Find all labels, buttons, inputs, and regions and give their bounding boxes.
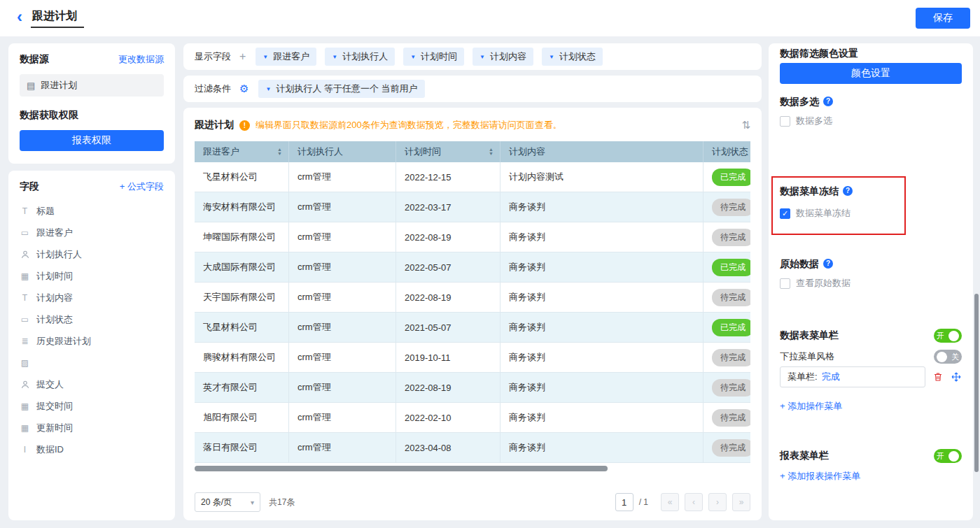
report-permission-button[interactable]: 报表权限 xyxy=(20,130,164,151)
page-title[interactable]: 跟进计划 xyxy=(31,9,84,28)
table-row[interactable]: 飞星材料公司crm管理2022-12-15计划内容测试已完成 xyxy=(195,162,750,192)
field-item[interactable]: T计划内容 xyxy=(20,287,164,308)
sort-settings-icon[interactable]: ⇅ xyxy=(741,119,750,131)
multi-select-option[interactable]: 数据多选 xyxy=(780,115,962,127)
chevron-down-icon: ▼ xyxy=(410,54,416,60)
column-header-status[interactable]: 计划状态 xyxy=(704,141,750,162)
report-menu-row: 报表菜单栏 开 xyxy=(780,449,962,463)
table-row[interactable]: 天宇国际有限公司crm管理2022-08-19商务谈判待完成 xyxy=(195,283,750,313)
column-header-content[interactable]: 计划内容 xyxy=(500,141,704,162)
display-field-chip[interactable]: ▼计划时间 xyxy=(403,48,464,66)
add-formula-field-link[interactable]: + 公式字段 xyxy=(120,180,164,193)
datasource-panel: 数据源 更改数据源 ▤ 跟进计划 数据获取权限 报表权限 xyxy=(8,43,175,164)
menu-item-value[interactable]: 完成 xyxy=(822,371,840,383)
chevron-down-icon: ▾ xyxy=(251,499,254,506)
table-title: 跟进计划 xyxy=(195,119,234,131)
dropdown-style-toggle[interactable]: 关 xyxy=(934,350,962,364)
checkbox-unchecked[interactable] xyxy=(780,278,790,289)
dropdown-style-label: 下拉菜单风格 xyxy=(780,350,834,363)
page-total: / 1 xyxy=(639,497,648,507)
table-panel: 跟进计划 ! 编辑界面只取数据源前200条作为查询数据预览，完整数据请访问页面查… xyxy=(183,108,762,520)
field-item[interactable]: 计划执行人 xyxy=(20,243,164,265)
status-badge: 已完成 xyxy=(712,169,750,186)
add-action-menu-link[interactable]: + 添加操作菜单 xyxy=(780,400,962,413)
color-settings-button[interactable]: 颜色设置 xyxy=(780,63,962,84)
field-item[interactable]: T标题 xyxy=(20,200,164,222)
help-icon[interactable]: ? xyxy=(823,97,833,106)
table-menu-heading: 数据表菜单栏 xyxy=(780,329,839,342)
delete-icon[interactable] xyxy=(932,371,944,383)
display-field-chip[interactable]: ▼计划执行人 xyxy=(325,48,395,66)
field-item[interactable]: ▦计划时间 xyxy=(20,265,164,287)
field-item[interactable]: I数据ID xyxy=(20,438,164,460)
user-icon xyxy=(20,250,30,259)
field-item[interactable]: 提交人 xyxy=(20,373,164,395)
display-field-chip[interactable]: ▼计划内容 xyxy=(472,48,533,66)
menu-freeze-option[interactable]: ✓ 数据菜单冻结 xyxy=(780,207,962,220)
table-row[interactable]: 英才有限公司crm管理2022-08-19商务谈判待完成 xyxy=(195,373,750,403)
total-count: 共17条 xyxy=(269,497,295,508)
status-badge: 待完成 xyxy=(712,379,750,397)
back-icon[interactable]: ‹ xyxy=(17,8,22,25)
table-header: 跟进客户▲▼ 计划执行人 计划时间▲▼ 计划内容 计划状态 xyxy=(195,141,750,162)
help-icon[interactable]: ? xyxy=(823,259,833,269)
title-icon: T xyxy=(20,293,30,303)
chevron-down-icon: ▼ xyxy=(549,54,554,60)
prev-page-button[interactable]: ‹ xyxy=(685,493,703,511)
column-header-customer[interactable]: 跟进客户▲▼ xyxy=(195,141,289,162)
table-menu-toggle[interactable]: 开 xyxy=(934,329,962,343)
menu-item-input[interactable]: 菜单栏: 完成 xyxy=(780,366,925,387)
display-field-chip[interactable]: ▼计划状态 xyxy=(542,48,603,66)
last-page-button[interactable]: » xyxy=(732,493,750,511)
horizontal-scrollbar[interactable] xyxy=(195,466,750,471)
add-display-field-button[interactable]: + xyxy=(239,50,246,63)
permission-heading: 数据获取权限 xyxy=(20,109,164,122)
field-item[interactable]: ▦更新时间 xyxy=(20,417,164,438)
toggle-knob xyxy=(937,352,947,362)
table-row[interactable]: 飞星材料公司crm管理2021-05-07商务谈判已完成 xyxy=(195,313,750,343)
field-item[interactable]: ≣历史跟进计划 xyxy=(20,330,164,352)
display-field-chip[interactable]: ▼跟进客户 xyxy=(255,48,316,66)
table-row[interactable]: 旭阳有限公司crm管理2022-02-10商务谈判待完成 xyxy=(195,403,750,433)
save-button[interactable]: 保存 xyxy=(916,8,970,29)
column-header-executor[interactable]: 计划执行人 xyxy=(289,141,396,162)
add-report-menu-link[interactable]: + 添加报表操作菜单 xyxy=(780,470,962,483)
current-page-input[interactable]: 1 xyxy=(615,493,634,511)
fields-panel: 字段 + 公式字段 T标题 ▭跟进客户 计划执行人 ▦计划时间 T计划内容 ▭计… xyxy=(8,171,175,520)
report-menu-toggle[interactable]: 开 xyxy=(934,449,962,463)
vertical-scrollbar[interactable] xyxy=(974,294,979,472)
status-badge: 已完成 xyxy=(712,319,750,336)
sort-icon[interactable]: ▲▼ xyxy=(277,148,282,156)
field-item[interactable]: ▦提交时间 xyxy=(20,395,164,417)
next-page-button[interactable]: › xyxy=(708,493,727,511)
sort-icon[interactable]: ▲▼ xyxy=(489,148,493,156)
filter-condition-chip[interactable]: ▼计划执行人 等于任意一个 当前用户 xyxy=(258,80,424,98)
table-row[interactable]: 坤曜国际有限公司crm管理2022-08-19商务谈判待完成 xyxy=(195,222,750,252)
topbar: ‹ 跟进计划 保存 xyxy=(0,0,980,36)
status-badge: 待完成 xyxy=(712,289,750,306)
filter-settings-gear-icon[interactable]: ⚙ xyxy=(239,83,248,95)
horizontal-scrollbar-thumb[interactable] xyxy=(195,466,608,471)
change-datasource-link[interactable]: 更改数据源 xyxy=(118,53,164,66)
checkbox-unchecked[interactable] xyxy=(780,116,790,127)
table-row[interactable]: 落日有限公司crm管理2023-04-08商务谈判待完成 xyxy=(195,433,750,463)
image-icon: ▨ xyxy=(20,358,30,368)
chevron-down-icon: ▼ xyxy=(262,54,268,60)
chevron-down-icon: ▼ xyxy=(479,54,485,60)
raw-data-option[interactable]: 查看原始数据 xyxy=(780,277,962,290)
status-badge: 已完成 xyxy=(712,259,750,276)
help-icon[interactable]: ? xyxy=(843,186,853,196)
field-item[interactable]: ▨ xyxy=(20,352,164,373)
first-page-button[interactable]: « xyxy=(661,493,679,511)
checkbox-checked[interactable]: ✓ xyxy=(780,208,790,219)
column-header-time[interactable]: 计划时间▲▼ xyxy=(396,141,500,162)
table-row[interactable]: 大成国际有限公司crm管理2022-05-07商务谈判已完成 xyxy=(195,252,750,283)
table-row[interactable]: 海安材料有限公司crm管理2022-03-17商务谈判待完成 xyxy=(195,192,750,222)
table-row[interactable]: 腾骏材料有限公司crm管理2019-10-11商务谈判待完成 xyxy=(195,343,750,373)
move-icon[interactable] xyxy=(951,371,962,383)
pagination: 20 条/页 ▾ 共17条 1 / 1 « ‹ › » xyxy=(195,492,750,512)
field-item[interactable]: ▭跟进客户 xyxy=(20,222,164,243)
field-item[interactable]: ▭计划状态 xyxy=(20,308,164,330)
page-size-select[interactable]: 20 条/页 ▾ xyxy=(195,492,260,512)
datasource-item[interactable]: ▤ 跟进计划 xyxy=(20,74,164,97)
